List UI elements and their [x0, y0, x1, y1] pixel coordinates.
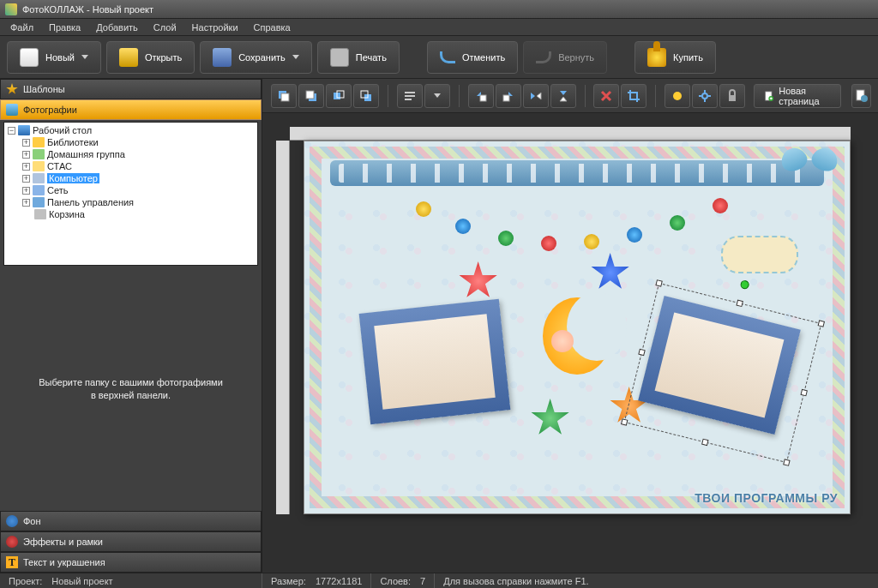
- tree-expand-icon[interactable]: +: [22, 187, 30, 195]
- svg-point-23: [861, 95, 868, 102]
- bin-icon: [34, 209, 46, 219]
- statusbar: Проект: Новый проект Размер: 1772x1181 С…: [0, 573, 878, 588]
- tree-item[interactable]: +Панель управления: [6, 196, 256, 208]
- status-layers: Слоев: 7: [371, 573, 435, 588]
- tree-item[interactable]: +Сеть: [6, 184, 256, 196]
- accordion-text[interactable]: TТекст и украшения: [0, 552, 262, 573]
- tree-item-label: Библиотеки: [47, 137, 99, 147]
- menu-add[interactable]: Добавить: [89, 21, 145, 34]
- menu-help[interactable]: Справка: [247, 21, 298, 34]
- tree-root[interactable]: −Рабочий стол: [6, 124, 256, 136]
- save-button[interactable]: Сохранить: [200, 41, 312, 74]
- accordion-effects[interactable]: Эффекты и рамки: [0, 531, 262, 552]
- folder-tree[interactable]: −Рабочий стол +Библиотеки+Домашняя групп…: [3, 122, 258, 266]
- menu-file[interactable]: Файл: [3, 21, 40, 34]
- open-button[interactable]: Открыть: [106, 41, 195, 74]
- tree-collapse-icon[interactable]: −: [8, 127, 15, 135]
- text-icon: T: [6, 556, 18, 568]
- effects-label: Эффекты и рамки: [23, 537, 103, 547]
- photo-frame-1[interactable]: [358, 299, 510, 424]
- svg-rect-19: [729, 95, 736, 101]
- canvas-viewport[interactable]: ТВОИ ПРОГРАММЫ РУ: [262, 113, 878, 573]
- tree-expand-icon[interactable]: +: [22, 151, 30, 159]
- undo-button-label: Отменить: [462, 52, 505, 63]
- rotate-left-button[interactable]: [468, 84, 494, 108]
- tree-item[interactable]: +Домашняя группа: [6, 148, 256, 160]
- resize-handle[interactable]: [783, 459, 790, 465]
- align-dropdown-button[interactable]: [424, 84, 450, 108]
- menu-edit[interactable]: Правка: [42, 21, 87, 34]
- accordion-background[interactable]: Фон: [0, 511, 262, 531]
- crop-button[interactable]: [621, 84, 646, 108]
- redo-button-label: Вернуть: [558, 52, 594, 63]
- status-project: Проект: Новый проект: [0, 573, 262, 588]
- ruler-horizontal: [290, 127, 851, 141]
- tree-item[interactable]: +Библиотеки: [6, 136, 256, 148]
- titlebar: ФотоКОЛЛАЖ - Новый проект: [0, 0, 878, 19]
- new-page-icon: [765, 89, 773, 103]
- delete-button[interactable]: [593, 84, 619, 108]
- print-button[interactable]: Печать: [317, 41, 400, 74]
- home-icon: [33, 149, 45, 159]
- layer-up-button[interactable]: [326, 84, 352, 108]
- menu-settings[interactable]: Настройки: [185, 21, 245, 34]
- redo-icon: [536, 51, 551, 63]
- settings-button[interactable]: [692, 84, 718, 108]
- send-back-button[interactable]: [298, 84, 324, 108]
- tree-expand-icon[interactable]: +: [22, 199, 30, 207]
- tree-expand-icon[interactable]: +: [22, 163, 30, 171]
- effects-button[interactable]: [665, 84, 690, 108]
- window-title: ФотоКОЛЛАЖ - Новый проект: [22, 4, 153, 15]
- photo-1: [374, 314, 496, 409]
- resize-handle[interactable]: [736, 300, 743, 307]
- flip-v-button[interactable]: [550, 84, 576, 108]
- watermark-text: ТВОИ ПРОГРАММЫ РУ: [695, 491, 838, 505]
- undo-icon: [440, 51, 455, 63]
- layer-down-button[interactable]: [353, 84, 379, 108]
- svg-rect-11: [480, 95, 486, 101]
- resize-handle[interactable]: [817, 320, 824, 327]
- bring-front-button[interactable]: [271, 84, 297, 108]
- sidebar: Шаблоны Фотографии −Рабочий стол +Библио…: [0, 79, 262, 573]
- page-settings-button[interactable]: [851, 84, 871, 108]
- resize-handle[interactable]: [701, 439, 708, 446]
- tree-item-label: Домашняя группа: [47, 149, 125, 159]
- menu-layer[interactable]: Слой: [147, 21, 183, 34]
- rotate-right-button[interactable]: [496, 84, 521, 108]
- svg-point-14: [702, 93, 707, 99]
- tree-item[interactable]: +СТАС: [6, 160, 256, 172]
- new-button[interactable]: Новый: [7, 41, 101, 74]
- lock-button[interactable]: [719, 84, 745, 108]
- tree-item-label: Корзина: [49, 209, 85, 219]
- canvas-toolbar: Новая страница: [262, 79, 878, 113]
- accordion-templates[interactable]: Шаблоны: [0, 79, 262, 99]
- accordion-photos[interactable]: Фотографии: [0, 99, 262, 120]
- collage-page[interactable]: ТВОИ ПРОГРАММЫ РУ: [304, 141, 851, 514]
- tree-item[interactable]: +Компьютер: [6, 172, 256, 184]
- resize-handle[interactable]: [655, 279, 662, 286]
- resize-handle[interactable]: [621, 418, 628, 425]
- tree-expand-icon[interactable]: +: [22, 175, 30, 183]
- undo-button[interactable]: Отменить: [427, 41, 518, 74]
- resize-handle[interactable]: [638, 349, 645, 356]
- tree-item[interactable]: Корзина: [6, 208, 256, 220]
- align-button[interactable]: [397, 84, 423, 108]
- folder-icon: [33, 137, 45, 147]
- palette-icon: [6, 536, 18, 548]
- hint-line-2: в верхней панели.: [91, 390, 171, 400]
- main-toolbar: Новый Открыть Сохранить Печать Отменить …: [0, 36, 878, 79]
- moon-face-decoration: [551, 330, 574, 352]
- new-button-label: Новый: [45, 52, 75, 63]
- buy-button[interactable]: Купить: [634, 41, 716, 74]
- flip-h-button[interactable]: [523, 84, 549, 108]
- pc-icon: [33, 173, 45, 183]
- hint-panel: Выберите папку с вашими фотографиямив ве…: [0, 267, 262, 511]
- label-tag-decoration[interactable]: [721, 236, 798, 273]
- ruler-vertical: [276, 141, 290, 514]
- resize-handle[interactable]: [800, 389, 807, 396]
- redo-button[interactable]: Вернуть: [523, 41, 607, 74]
- new-page-button[interactable]: Новая страница: [754, 84, 841, 108]
- tree-expand-icon[interactable]: +: [22, 139, 30, 147]
- save-button-label: Сохранить: [238, 52, 286, 63]
- svg-point-13: [673, 92, 682, 100]
